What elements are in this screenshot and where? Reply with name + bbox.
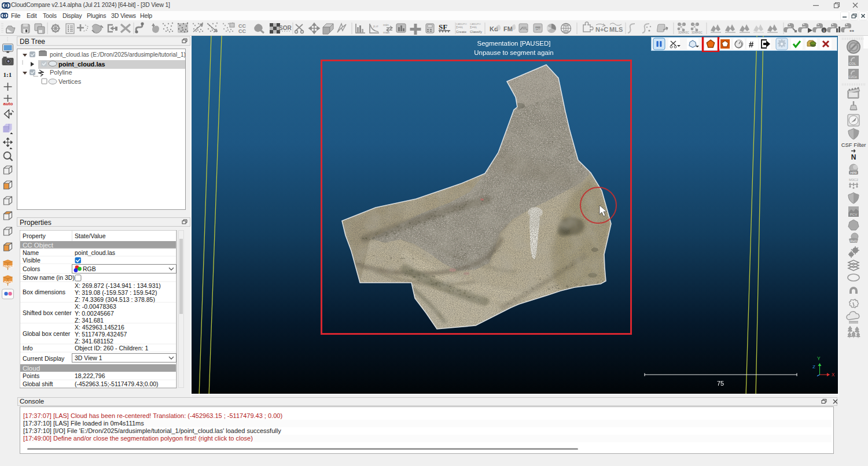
svg-text:HPR: HPR — [850, 171, 857, 175]
svg-text:Visible: Visible — [23, 257, 41, 264]
svg-text:Z: 341.681152: Z: 341.681152 — [75, 338, 113, 345]
svg-text:point_cloud.las: point_cloud.las — [75, 249, 115, 256]
svg-text:#: # — [749, 39, 754, 49]
svg-text:Property: Property — [23, 232, 46, 239]
svg-text:Y: 319.08 (-159.537 : 159.542): Y: 319.08 (-159.537 : 159.542) — [75, 289, 157, 296]
svg-text:Z: 341.681: Z: 341.681 — [75, 317, 104, 324]
svg-text:FM: FM — [503, 25, 513, 32]
svg-text:SOR: SOR — [279, 25, 292, 31]
svg-text:1:1: 1:1 — [3, 71, 12, 78]
svg-text:CC: CC — [238, 28, 246, 34]
svg-text:Segmentation [PAUSED]: Segmentation [PAUSED] — [477, 40, 551, 47]
svg-text:Shifted box center: Shifted box center — [23, 309, 72, 316]
svg-text:N+C: N+C — [595, 26, 608, 33]
svg-text:3DMASC: 3DMASC — [678, 31, 690, 34]
svg-text:COL: COL — [849, 62, 856, 65]
svg-text:Global box center: Global box center — [23, 330, 71, 337]
svg-text:Σ=⅙: Σ=⅙ — [456, 25, 464, 29]
svg-text:X: 452963.145216: X: 452963.145216 — [75, 324, 124, 331]
svg-text:Show name (in 3D): Show name (in 3D) — [23, 274, 75, 281]
svg-text:Info: Info — [23, 345, 33, 352]
svg-text:Cloud: Cloud — [23, 365, 40, 372]
svg-text:Current Display: Current Display — [23, 355, 65, 362]
svg-text:C2Co: C2Co — [849, 75, 857, 79]
svg-text:min: min — [383, 23, 389, 27]
svg-text:Colors: Colors — [23, 265, 40, 272]
svg-text:Y: 0.00245667: Y: 0.00245667 — [75, 310, 114, 317]
svg-text:Polyline: Polyline — [50, 69, 72, 76]
svg-text:Z: 74.3369 (304.513 : 378.85): Z: 74.3369 (304.513 : 378.85) — [75, 296, 155, 303]
svg-text:Box dimensions: Box dimensions — [23, 289, 65, 295]
svg-text:PCV: PCV — [850, 213, 857, 216]
svg-text:point_cloud.las: point_cloud.las — [58, 61, 105, 68]
svg-text:N: N — [851, 153, 856, 161]
svg-text:Y: 5117479.432457: Y: 5117479.432457 — [75, 331, 127, 338]
svg-text:X: 269.872 (-134.941 : 134.931: X: 269.872 (-134.941 : 134.931) — [75, 282, 161, 289]
svg-text:p,σ: p,σ — [373, 24, 378, 28]
svg-text:Z: Z — [812, 364, 815, 369]
svg-text:SF: SF — [439, 23, 447, 31]
svg-text:RGB: RGB — [83, 265, 96, 272]
svg-text:»»: »» — [849, 29, 854, 33]
svg-text:75: 75 — [717, 380, 724, 387]
svg-text:Object ID: 260 - Children: 1: Object ID: 260 - Children: 1 — [75, 345, 148, 352]
svg-text:Unpause to segment again: Unpause to segment again — [474, 49, 553, 56]
svg-text:18,222,796: 18,222,796 — [75, 372, 105, 379]
svg-text:Name: Name — [23, 249, 39, 256]
svg-text:Points: Points — [23, 372, 39, 379]
svg-text:(-452963.15;-5117479.43;0.00): (-452963.15;-5117479.43;0.00) — [75, 380, 159, 387]
svg-text:BACK: BACK — [5, 280, 13, 284]
svg-text:Global shift: Global shift — [23, 380, 53, 387]
svg-text:FRONT: FRONT — [4, 265, 14, 268]
svg-text:PSD: PSD — [535, 27, 542, 31]
svg-text:CC Object: CC Object — [23, 242, 54, 249]
svg-text:Σ=⅙: Σ=⅙ — [470, 25, 477, 29]
svg-text:MLS: MLS — [609, 26, 623, 33]
svg-text:point_cloud.las (E:/Dron/2025/: point_cloud.las (E:/Dron/2025/ardusimple… — [50, 51, 185, 58]
svg-text:Create: Create — [456, 30, 467, 34]
svg-text:3D View 1: 3D View 1 — [75, 354, 102, 361]
svg-text:3DMASC: 3DMASC — [692, 31, 703, 34]
svg-text:M3C2: M3C2 — [849, 178, 859, 182]
svg-text:auto: auto — [3, 101, 13, 106]
svg-text:X: X — [832, 372, 835, 378]
svg-text:CSF Filter: CSF Filter — [841, 142, 866, 148]
svg-text:State/Value: State/Value — [75, 232, 106, 239]
svg-text:X: -0.00478363: X: -0.00478363 — [75, 303, 116, 310]
svg-text:i: i — [823, 28, 825, 33]
svg-text:Vertices: Vertices — [58, 78, 82, 85]
svg-text:Classify: Classify — [470, 30, 482, 34]
svg-text:RsD: RsD — [850, 239, 857, 243]
svg-text:Y: Y — [817, 356, 821, 361]
